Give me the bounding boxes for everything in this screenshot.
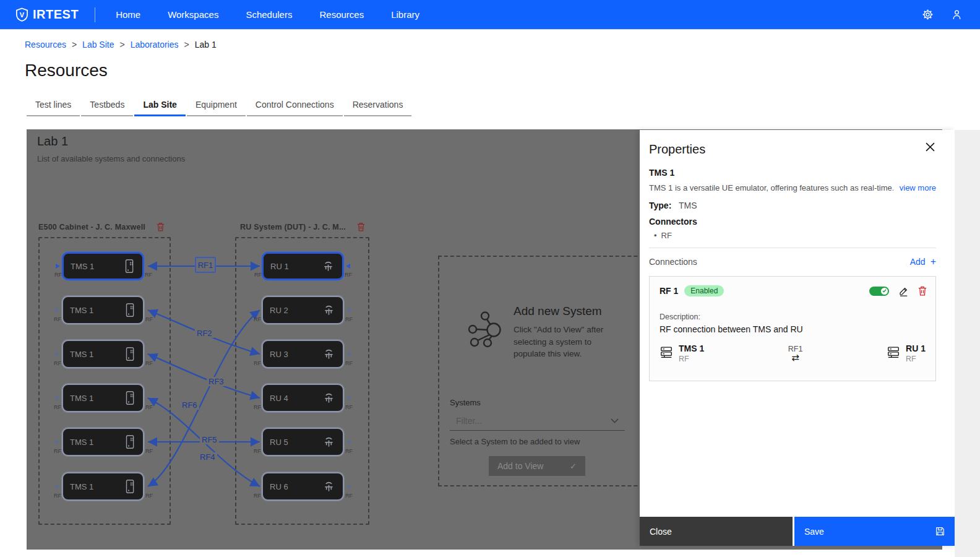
add-connection-button[interactable]: Add+	[910, 257, 936, 267]
connector-arrow	[346, 352, 351, 356]
tab-lab-site[interactable]: Lab Site	[134, 100, 185, 116]
link-indicator: RF1 ⇄	[788, 345, 803, 363]
delete-cabinet-trash-icon[interactable]	[157, 222, 165, 231]
phone-device-icon	[124, 391, 136, 405]
tab-control-connections[interactable]: Control Connections	[247, 100, 343, 116]
view-more-link[interactable]: view more	[900, 183, 936, 192]
type-value: TMS	[679, 201, 697, 210]
save-button[interactable]: Save	[794, 517, 955, 546]
plus-icon: +	[931, 257, 936, 267]
system-node-ru-1[interactable]: RF RU 1 RF	[262, 252, 344, 280]
rf-port-label: RF	[254, 316, 261, 322]
systems-filter-dropdown[interactable]	[450, 411, 625, 431]
delete-cabinet-trash-icon[interactable]	[357, 222, 365, 231]
endpoint-name: RU 1	[906, 343, 926, 353]
connection-label-rf1[interactable]: RF1	[195, 257, 216, 273]
connection-label-rf6[interactable]: RF6	[180, 400, 199, 410]
rf-port-label: RF	[254, 360, 261, 366]
system-node-tms-1[interactable]: RF TMS 1 RF	[62, 252, 144, 280]
nav-item-home[interactable]: Home	[116, 9, 140, 20]
server-icon	[660, 345, 673, 358]
edit-pencil-icon[interactable]	[898, 286, 909, 296]
rf-port-label: RF	[145, 493, 153, 499]
phone-device-icon	[124, 434, 136, 449]
rf-port-label: RF	[254, 272, 262, 278]
antenna-icon	[322, 347, 336, 361]
save-floppy-icon	[935, 527, 945, 536]
rf-port-label: RF	[54, 448, 61, 454]
nav-item-library[interactable]: Library	[391, 9, 419, 20]
connector-arrow	[56, 264, 60, 269]
rf-port-label: RF	[345, 272, 352, 278]
connection-label-rf4[interactable]: RF4	[198, 452, 217, 462]
close-icon[interactable]	[926, 142, 935, 152]
tab-bar: Test lines Testbeds Lab Site Equipment C…	[27, 100, 413, 116]
section-divider	[649, 248, 936, 248]
connection-label-rf5[interactable]: RF5	[200, 435, 219, 444]
user-profile-icon[interactable]	[951, 9, 963, 20]
system-node-ru-2[interactable]: RF RU 2 RF	[262, 296, 344, 324]
nav-item-workspaces[interactable]: Workspaces	[168, 9, 218, 20]
close-button[interactable]: Close	[640, 517, 793, 546]
rf-port-label: RF	[145, 272, 152, 278]
nav-item-schedulers[interactable]: Schedulers	[246, 9, 292, 20]
breadcrumb-resources[interactable]: Resources	[25, 40, 66, 50]
breadcrumb-lab-site[interactable]: Lab Site	[82, 40, 114, 50]
rf-port-label: RF	[54, 272, 62, 278]
description-label: Description:	[660, 313, 700, 321]
settings-gear-icon[interactable]	[922, 9, 934, 20]
connectors-label: Connectors	[649, 217, 697, 227]
connector-arrow	[55, 395, 59, 400]
connector-list-item: •RF	[654, 231, 672, 240]
system-node-ru-5[interactable]: RF RU 5 RF	[262, 428, 344, 456]
connector-arrow	[55, 308, 59, 313]
rf-port-label: RF	[145, 448, 153, 454]
delete-connection-trash-icon[interactable]	[918, 286, 927, 296]
cabinet-name: RU System (DUT) - J. C. M...	[240, 223, 346, 231]
tab-test-lines[interactable]: Test lines	[27, 100, 80, 116]
bidirectional-arrows-icon: ⇄	[788, 353, 803, 363]
checkmark-icon: ✓	[570, 462, 577, 471]
nav-item-resources[interactable]: Resources	[319, 9, 364, 20]
connector-arrow	[55, 484, 59, 489]
rf-port-label: RF	[54, 493, 61, 499]
add-to-view-button[interactable]: Add to View ✓	[489, 456, 585, 476]
tab-testbeds[interactable]: Testbeds	[81, 100, 133, 116]
brand-name: IRTEST	[33, 7, 79, 22]
connector-arrow	[346, 264, 350, 269]
connection-label-rf2[interactable]: RF2	[195, 329, 214, 338]
add-system-dropzone	[438, 256, 656, 486]
endpoint-ru: RU 1 RF	[887, 343, 926, 363]
antenna-icon	[322, 435, 336, 449]
node-label: TMS 1	[71, 262, 94, 271]
connections-label: Connections	[649, 257, 697, 267]
add-to-view-label: Add to View	[497, 461, 543, 471]
rf-port-label: RF	[254, 493, 261, 499]
lab-subtitle: List of available systems and connection…	[37, 154, 185, 163]
systems-helper-text: Select a System to be added to view	[450, 437, 580, 446]
system-node-tms-1[interactable]: RF TMS 1 RF	[62, 384, 144, 412]
chevron-down-icon[interactable]	[611, 418, 619, 423]
system-node-tms-1[interactable]: RF TMS 1 RF	[62, 340, 144, 368]
system-node-ru-6[interactable]: RF RU 6 RF	[262, 472, 344, 501]
systems-filter-input[interactable]	[450, 416, 611, 426]
brand-logo[interactable]: V IRTEST	[15, 7, 79, 22]
right-gutter	[955, 130, 980, 557]
system-node-tms-1[interactable]: RF TMS 1 RF	[62, 296, 144, 324]
connector-arrow	[346, 439, 351, 444]
tab-equipment[interactable]: Equipment	[187, 100, 246, 116]
tab-reservations[interactable]: Reservations	[344, 100, 412, 116]
connector-arrow	[55, 439, 59, 444]
connection-label-rf3[interactable]: RF3	[207, 377, 226, 386]
breadcrumb-laboratories[interactable]: Laboratories	[131, 40, 179, 50]
node-label: RU 5	[270, 438, 288, 447]
system-node-ru-4[interactable]: RF RU 4 RF	[262, 384, 344, 412]
selected-system-name: TMS 1	[649, 168, 674, 178]
network-nodes-icon	[467, 310, 507, 350]
rf-port-label: RF	[54, 404, 61, 410]
system-node-ru-3[interactable]: RF RU 3 RF	[262, 340, 344, 368]
rf-port-label: RF	[54, 316, 61, 322]
system-node-tms-1[interactable]: RF TMS 1 RF	[62, 472, 144, 501]
system-node-tms-1[interactable]: RF TMS 1 RF	[62, 428, 144, 456]
enable-toggle[interactable]	[869, 287, 889, 296]
